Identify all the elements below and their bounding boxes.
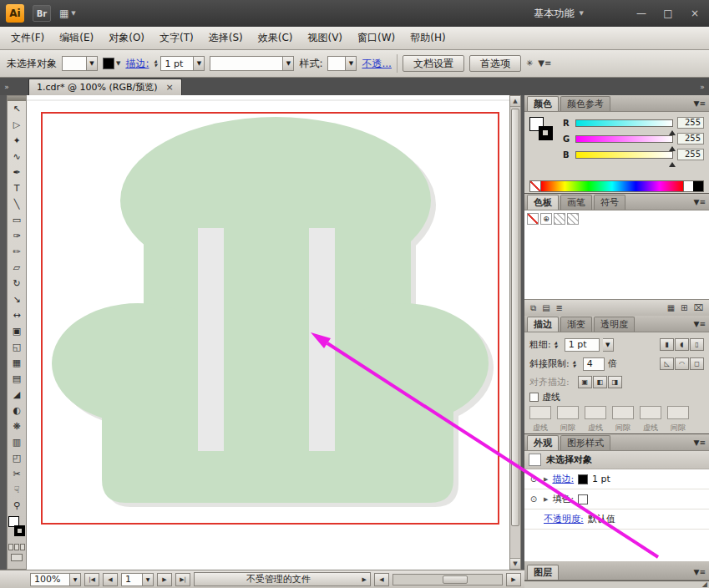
weight-field[interactable]: 1 pt bbox=[565, 338, 600, 352]
tab-gradient[interactable]: 渐变 bbox=[560, 317, 592, 332]
minimize-button[interactable]: — bbox=[634, 8, 649, 19]
swatch-registration[interactable]: ⊕ bbox=[540, 213, 552, 225]
tab-transparency[interactable]: 透明度 bbox=[594, 317, 635, 332]
fill-stroke-proxy[interactable] bbox=[529, 117, 558, 145]
illustrator-app-icon[interactable]: Ai bbox=[6, 4, 24, 23]
chevron-down-icon[interactable]: ▼ bbox=[603, 338, 614, 352]
vertical-scroll-thumb[interactable] bbox=[511, 109, 519, 526]
dock-collapse-icon[interactable]: » bbox=[697, 81, 707, 93]
join-bevel-button[interactable]: ◻ bbox=[690, 357, 704, 370]
opacity-link[interactable]: 不透明度: bbox=[544, 513, 584, 525]
line-segment-tool[interactable]: ╲ bbox=[8, 196, 25, 212]
pencil-tool[interactable]: ✏ bbox=[8, 244, 25, 260]
channel-value-field[interactable]: 255 bbox=[677, 117, 704, 129]
stroke-weight-field[interactable]: 1 pt bbox=[160, 56, 194, 71]
zoom-level-select[interactable]: 100% ▼ bbox=[30, 573, 81, 586]
gray-bar-left[interactable] bbox=[198, 228, 224, 451]
control-panel-menu-icon[interactable]: ▼≡ bbox=[538, 59, 551, 68]
align-stroke-inside-button[interactable]: ◧ bbox=[593, 376, 607, 388]
chevron-down-icon[interactable]: ▼ bbox=[116, 60, 120, 67]
channel-slider[interactable] bbox=[575, 135, 673, 143]
slider-handle[interactable] bbox=[669, 159, 676, 167]
expand-triangle-icon[interactable]: ▶ bbox=[544, 476, 548, 483]
chevron-down-icon[interactable]: ▼ bbox=[194, 56, 205, 71]
tool-options-icon[interactable]: ✳ bbox=[526, 59, 533, 68]
menu-item[interactable]: 文字(T) bbox=[152, 27, 201, 49]
join-miter-button[interactable]: ◺ bbox=[660, 357, 674, 370]
brush-definition-select[interactable] bbox=[210, 56, 283, 71]
mesh-tool[interactable]: ▦ bbox=[8, 355, 25, 371]
gap-field[interactable] bbox=[557, 406, 579, 419]
chevron-down-icon[interactable]: ▼ bbox=[346, 56, 357, 71]
gray-bar-right[interactable] bbox=[309, 228, 335, 451]
column-graph-tool[interactable]: ▥ bbox=[8, 434, 25, 450]
last-page-button[interactable]: ▶| bbox=[175, 573, 190, 586]
paintbrush-tool[interactable]: ✑ bbox=[8, 228, 25, 244]
scroll-down-icon[interactable]: ▼ bbox=[510, 558, 520, 569]
document-tab-close-icon[interactable]: × bbox=[166, 82, 174, 93]
swatch-none[interactable] bbox=[527, 213, 539, 225]
hscroll-left-button[interactable]: ◀ bbox=[374, 573, 389, 586]
rotate-tool[interactable]: ↻ bbox=[8, 276, 25, 291]
tab-brushes[interactable]: 画笔 bbox=[560, 195, 592, 210]
visibility-eye-icon[interactable]: ⊙ bbox=[528, 494, 539, 504]
stroke-weight-stepper[interactable]: ▲▼ bbox=[154, 59, 160, 68]
black-chip[interactable] bbox=[693, 181, 703, 191]
none-color-chip[interactable] bbox=[530, 181, 541, 191]
preferences-button[interactable]: 首选项 bbox=[469, 55, 521, 72]
slider-handle[interactable] bbox=[669, 127, 676, 135]
channel-slider[interactable] bbox=[575, 119, 673, 127]
free-transform-tool[interactable]: ▣ bbox=[8, 323, 25, 339]
dash-field[interactable] bbox=[585, 406, 606, 419]
document-setup-button[interactable]: 文档设置 bbox=[403, 55, 464, 72]
vertical-scrollbar[interactable]: ▲ ▼ bbox=[509, 95, 521, 570]
chevron-down-icon[interactable]: ▼ bbox=[70, 573, 81, 586]
menu-item[interactable]: 对象(O) bbox=[101, 27, 152, 49]
appearance-row-fill[interactable]: ⊙ ▶ 填色: bbox=[524, 489, 709, 509]
variable-width-profile-select[interactable] bbox=[62, 56, 87, 71]
cap-projecting-button[interactable]: ▯ bbox=[690, 338, 704, 351]
width-tool[interactable]: ↔ bbox=[8, 307, 25, 323]
panel-collapse-left-icon[interactable]: » bbox=[2, 81, 12, 93]
scale-tool[interactable]: ↘ bbox=[8, 291, 25, 307]
fill-color-chip[interactable] bbox=[578, 494, 588, 504]
next-page-button[interactable]: ▶ bbox=[157, 573, 172, 586]
cap-butt-button[interactable]: ▮ bbox=[660, 338, 674, 351]
canvas[interactable] bbox=[27, 95, 509, 570]
toolbox-fill-stroke-proxy[interactable] bbox=[8, 515, 26, 540]
screen-mode-button[interactable] bbox=[11, 554, 23, 561]
zoom-tool[interactable]: ⚲ bbox=[8, 498, 25, 514]
channel-slider[interactable] bbox=[575, 151, 673, 159]
tab-layers[interactable]: 图层 bbox=[527, 565, 559, 580]
eyedropper-tool[interactable]: ◢ bbox=[8, 387, 25, 403]
panel-menu-icon[interactable]: ▼≡ bbox=[694, 568, 706, 576]
resize-grip-icon[interactable]: ◢ bbox=[702, 580, 707, 588]
spectrum-gradient[interactable] bbox=[541, 181, 683, 191]
close-button[interactable]: × bbox=[687, 8, 702, 19]
miter-stepper[interactable]: ▲▼ bbox=[573, 360, 580, 368]
delete-swatch-icon[interactable]: ⌧ bbox=[693, 304, 703, 312]
menu-item[interactable]: 窗口(W) bbox=[350, 27, 403, 49]
tab-symbols[interactable]: 符号 bbox=[594, 195, 625, 210]
bridge-launch-icon[interactable]: Br bbox=[33, 5, 51, 22]
document-tab[interactable]: 1.cdr* @ 100% (RGB/预览) × bbox=[28, 79, 182, 95]
channel-value-field[interactable]: 255 bbox=[677, 133, 704, 144]
dashed-line-checkbox[interactable] bbox=[529, 393, 539, 402]
stroke-proxy[interactable] bbox=[14, 525, 25, 536]
menu-item[interactable]: 帮助(H) bbox=[403, 27, 453, 49]
green-blob-shape[interactable] bbox=[52, 117, 489, 503]
swatch-libraries-icon[interactable]: ⧉ bbox=[530, 304, 536, 312]
tab-color[interactable]: 颜色 bbox=[527, 96, 559, 111]
first-page-button[interactable]: |◀ bbox=[84, 573, 99, 586]
stroke-link[interactable]: 描边: bbox=[552, 473, 574, 485]
arrange-documents-button[interactable]: ▦ ▼ bbox=[59, 8, 76, 19]
new-swatch-icon[interactable]: ⊞ bbox=[681, 304, 687, 312]
white-chip[interactable] bbox=[683, 181, 693, 191]
slider-handle[interactable] bbox=[669, 143, 676, 151]
menu-item[interactable]: 效果(C) bbox=[251, 27, 301, 49]
panel-menu-icon[interactable]: ▼≡ bbox=[694, 438, 706, 447]
expand-triangle-icon[interactable]: ▶ bbox=[544, 496, 548, 503]
miter-limit-field[interactable]: 4 bbox=[583, 357, 605, 371]
symbol-sprayer-tool[interactable]: ❋ bbox=[8, 418, 25, 434]
stroke-proxy[interactable] bbox=[539, 126, 553, 140]
